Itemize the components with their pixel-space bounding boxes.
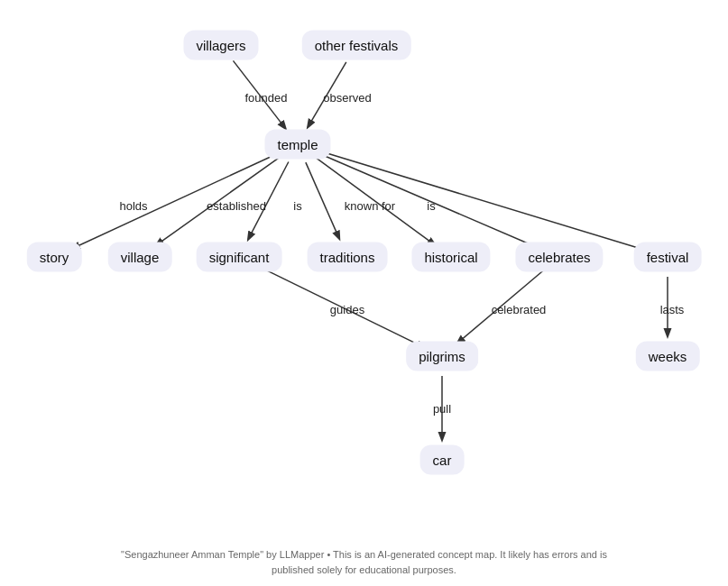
svg-line-7	[316, 152, 541, 250]
svg-line-8	[317, 150, 649, 251]
svg-line-0	[233, 60, 285, 128]
edge-label-significant-pilgrims: guides	[330, 303, 364, 316]
svg-line-9	[257, 266, 424, 348]
edge-label-temple-significant: established	[207, 199, 266, 213]
svg-line-5	[306, 162, 339, 239]
node-festival: festival	[634, 243, 702, 272]
footer-text: "Sengazhuneer Amman Temple" by LLMapper …	[0, 547, 728, 577]
concept-map: villagersother festivalstemplestoryvilla…	[0, 0, 728, 550]
edge-label-temple-story: holds	[119, 199, 147, 213]
node-story: story	[27, 243, 82, 272]
node-villagers: villagers	[183, 31, 258, 60]
node-historical: historical	[411, 243, 490, 272]
node-traditions: traditions	[308, 243, 388, 272]
arrows-svg	[0, 0, 728, 550]
edge-label-villagers-temple: founded	[245, 91, 288, 105]
node-village: village	[108, 243, 172, 272]
edge-label-celebrates-pilgrims: celebrated	[492, 303, 547, 316]
node-pilgrims: pilgrims	[406, 342, 478, 371]
svg-line-2	[72, 152, 280, 249]
svg-line-10	[457, 270, 544, 343]
node-celebrates: celebrates	[515, 243, 603, 272]
node-significant: significant	[197, 243, 282, 272]
edge-label-temple-historical: known for	[345, 199, 395, 213]
node-temple: temple	[264, 130, 330, 160]
svg-line-1	[308, 62, 346, 127]
edge-label-temple-celebrates: is	[427, 199, 435, 213]
node-otherfest: other festivals	[302, 31, 411, 60]
svg-line-6	[314, 156, 436, 245]
edge-label-pilgrims-car: pull	[433, 402, 451, 416]
edge-label-temple-traditions: is	[293, 199, 301, 213]
node-weeks: weeks	[636, 342, 700, 371]
edge-label-otherfest-temple: observed	[323, 91, 371, 105]
svg-line-3	[156, 156, 281, 245]
edge-label-festival-weeks: lasts	[660, 303, 685, 316]
node-car: car	[420, 445, 465, 475]
svg-line-4	[248, 162, 289, 240]
